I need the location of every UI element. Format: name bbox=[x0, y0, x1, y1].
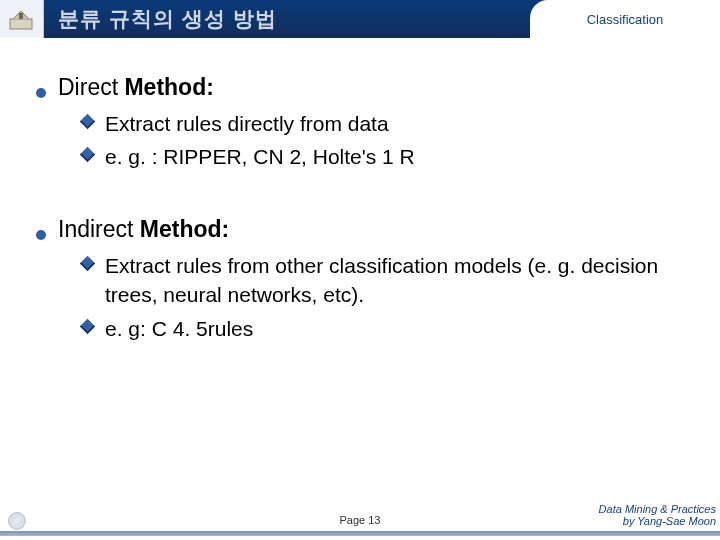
heading-bold: Method: bbox=[133, 216, 229, 242]
heading-bold: Method: bbox=[118, 74, 214, 100]
heading-emph: Direct bbox=[58, 74, 118, 100]
sub-text: e. g: C 4. 5rules bbox=[105, 314, 684, 343]
diamond-icon bbox=[80, 114, 96, 130]
bullet-text: Direct Method: bbox=[58, 74, 214, 101]
credit-line-2: by Yang-Sae Moon bbox=[599, 515, 716, 528]
footer-bar bbox=[0, 531, 720, 536]
sub-item: e. g: C 4. 5rules bbox=[36, 314, 684, 343]
sub-text: Extract rules directly from data bbox=[105, 109, 684, 138]
credit-line-1: Data Mining & Practices bbox=[599, 503, 716, 516]
heading-emph: Indirect bbox=[58, 216, 133, 242]
sub-text: e. g. : RIPPER, CN 2, Holte's 1 R bbox=[105, 142, 684, 171]
bullet-indirect-method: Indirect Method: bbox=[36, 216, 684, 243]
slide-body: Direct Method: Extract rules directly fr… bbox=[0, 38, 720, 343]
diamond-icon bbox=[80, 256, 96, 272]
svg-rect-0 bbox=[10, 19, 32, 29]
bullet-dot-icon bbox=[36, 88, 46, 98]
sub-text: Extract rules from other classification … bbox=[105, 251, 684, 310]
sub-item: e. g. : RIPPER, CN 2, Holte's 1 R bbox=[36, 142, 684, 171]
bullet-text: Indirect Method: bbox=[58, 216, 229, 243]
slide-title: 분류 규칙의 생성 방법 bbox=[58, 5, 277, 33]
slide-header: 분류 규칙의 생성 방법 Classification bbox=[0, 0, 720, 38]
diamond-icon bbox=[80, 147, 96, 163]
bullet-dot-icon bbox=[36, 230, 46, 240]
sub-item: Extract rules directly from data bbox=[36, 109, 684, 138]
book-icon bbox=[0, 0, 44, 38]
slide-footer: Page 13 Data Mining & Practices by Yang-… bbox=[0, 500, 720, 536]
svg-rect-1 bbox=[19, 13, 23, 19]
diamond-icon bbox=[80, 318, 96, 334]
bullet-direct-method: Direct Method: bbox=[36, 74, 684, 101]
footer-credit: Data Mining & Practices by Yang-Sae Moon bbox=[599, 503, 716, 528]
sub-item: Extract rules from other classification … bbox=[36, 251, 684, 310]
slide-category: Classification bbox=[530, 0, 720, 38]
